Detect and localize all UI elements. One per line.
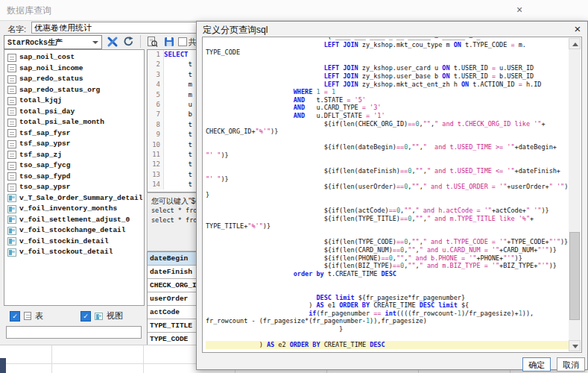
tools-button[interactable]	[105, 34, 119, 48]
sql-row: ${if(len(BIZ_TYPE)==0,""," and m.BIZ_TYP…	[206, 262, 572, 270]
list-item[interactable]: tso_sap_fypd	[4, 172, 144, 183]
parameter-row[interactable]: dateBegin	[148, 252, 197, 266]
list-item-label: v_T_Sale_Order_Summary_detail	[19, 193, 142, 204]
parameter-row[interactable]: TYPE_TITLE	[148, 319, 197, 333]
list-item-label: sap_noil_cost	[19, 52, 75, 63]
name-label: 名字:	[7, 24, 26, 35]
table-icon	[7, 129, 16, 137]
list-item[interactable]: sap_noil_income	[4, 63, 144, 75]
filter-table[interactable]: ✓ 表	[10, 310, 43, 322]
list-item[interactable]: sap_noil_cost	[4, 52, 144, 63]
table-icon	[24, 312, 31, 320]
sql-row: CHECK_ORG_ID+"%'")}	[206, 128, 572, 136]
sql-row: ${if(len(CARD_NUM)==0,""," and u.CARD_NU…	[206, 246, 572, 254]
define-paging-sql-dialog: 定义分页查询sql × ( ____ ___ ____ _ __ ______ …	[196, 21, 588, 370]
sql-row: "' ")}	[206, 151, 572, 160]
sql-row: ${if(len(PHONE)==0,""," and b.PHONE = '"…	[206, 254, 572, 263]
list-item[interactable]: tso_sap_ypsr	[4, 182, 144, 193]
share-checkbox[interactable]	[178, 37, 187, 46]
refresh-button[interactable]	[121, 34, 136, 48]
sql-editor[interactable]: ( ____ ___ ____ _ __ ______ = ______ = _…	[202, 37, 582, 353]
sql-row: ${if(len(dateBegin)==0,""," and t.USED_T…	[206, 143, 572, 151]
scroll-up-icon[interactable]	[569, 38, 581, 49]
dialog-title: 定义分页查询sql	[203, 24, 268, 37]
sql-row: ${if(len(TYPE_TITLE)==0,""," and m.TYPE_…	[206, 215, 572, 223]
sql-code[interactable]: ( ____ ___ ____ _ __ ______ = ______ = _…	[203, 37, 572, 349]
view-icon	[7, 194, 16, 202]
sql-row: ) AS e1 ORDER BY CREATE_TIME DESC limit …	[206, 301, 572, 310]
grid-line	[51, 345, 52, 373]
scrollbar-thumb[interactable]	[569, 232, 580, 320]
parameter-row[interactable]: actCode	[148, 306, 197, 319]
list-item[interactable]: sap_redo_status	[4, 74, 144, 85]
filter-view-label: 视图	[107, 310, 123, 322]
sql-row: }	[206, 325, 572, 333]
sql-row: if(fr_pagenumber == int((((fr_rowcount-1…	[206, 310, 572, 318]
list-item[interactable]: tsf_sap_ypsr	[4, 139, 144, 150]
table-checkbox[interactable]: ✓	[10, 311, 20, 322]
parameter-row[interactable]: userOrder	[148, 292, 197, 306]
list-item[interactable]: tsf_sap_fysr	[4, 128, 144, 140]
dialog-close-icon[interactable]: ×	[571, 22, 584, 36]
save-floppy-icon	[164, 37, 174, 47]
grid-line	[143, 345, 144, 373]
list-item[interactable]: v_foil_inventory_months	[4, 204, 144, 215]
filter-table-label: 表	[35, 310, 43, 322]
sql-row: WHERE 1 = 1	[206, 88, 572, 96]
list-item[interactable]: tsf_sap_zj	[4, 150, 144, 161]
sql-row-highlighted: ) AS e2 ORDER BY CREATE_TIME DESC	[206, 341, 572, 349]
filter-input[interactable]	[6, 326, 142, 339]
list-item-label: v_foil_stockin_detail	[19, 236, 109, 248]
list-item[interactable]: v_T_Sale_Order_Summary_detail	[4, 193, 144, 204]
list-item-label: tsf_sap_fysr	[19, 128, 70, 140]
cancel-button[interactable]: 取消	[557, 357, 585, 372]
list-item[interactable]: tso_sap_fycg	[4, 160, 144, 172]
list-item-label: tsf_sap_ypsr	[19, 139, 70, 150]
sql-row: ${if(len(dateFinish)==0,""," and t.USED_…	[206, 167, 572, 175]
view-icon	[7, 216, 16, 224]
filter-view[interactable]: ✓ 视图	[80, 310, 123, 322]
sql-row: LEFT JOIN zy_kshop.user_card u ON t.USER…	[206, 64, 572, 72]
list-item[interactable]: v_foil_stockin_detail	[4, 236, 144, 248]
sql-row: LEFT JOIN zy_kshop.mkt_cou_type m ON t.T…	[206, 41, 572, 49]
window-close-icon[interactable]: ×	[512, 2, 527, 17]
chevron-down-icon	[92, 41, 98, 44]
list-item-label: sap_noil_income	[19, 63, 83, 75]
list-item-label: v_foil_inventory_months	[19, 204, 117, 215]
view-checkbox[interactable]: ✓	[80, 311, 91, 322]
share-label: 共	[189, 37, 196, 48]
save-button[interactable]	[162, 34, 176, 48]
vertical-scrollbar[interactable]	[569, 38, 581, 351]
list-item[interactable]: total_psi_day	[4, 107, 144, 118]
list-item-label: total_psi_day	[19, 107, 75, 118]
toolbar: StarRocks生产 共	[0, 34, 196, 49]
list-item[interactable]: v_foil_stockchange_detail	[4, 225, 144, 236]
sql-row: ${if(len(CHECK_ORG_ID)==0,""," and t.CHE…	[206, 120, 572, 128]
list-item[interactable]: v_foil_stockout_detail	[4, 247, 144, 258]
sql-row	[206, 160, 572, 168]
parameter-row[interactable]: CHECK_ORG_ID	[148, 279, 197, 292]
list-item[interactable]: v_foil_settlement_adjust_0	[4, 215, 144, 226]
table-icon	[7, 64, 16, 72]
list-item-label: tso_sap_ypsr	[19, 182, 70, 193]
table-icon	[7, 97, 16, 105]
table-icon	[7, 184, 16, 192]
view-icon	[95, 313, 103, 320]
list-item[interactable]: total_psi_sale_month	[4, 117, 144, 128]
sql-row	[206, 57, 572, 65]
wrench-icon	[107, 36, 118, 48]
scroll-down-icon[interactable]	[569, 340, 581, 351]
list-item[interactable]: sap_redo_status_org	[4, 85, 144, 96]
ok-button[interactable]: 确定	[522, 357, 551, 372]
parameter-row[interactable]: dateFinish	[148, 266, 197, 279]
window-titlebar: 数据库查询 ×	[0, 0, 588, 21]
list-item[interactable]: total_kjqj	[4, 95, 144, 107]
connection-select[interactable]: StarRocks生产	[4, 35, 102, 49]
table-list[interactable]: sap_noil_costsap_noil_incomesap_redo_sta…	[4, 49, 145, 306]
table-icon	[7, 75, 16, 84]
sql-row	[206, 136, 572, 144]
sql-row: LEFT JOIN zy_kshop.mkt_act_ent_zh h ON t…	[206, 81, 572, 89]
table-icon	[7, 119, 16, 127]
preview-button[interactable]	[145, 34, 159, 48]
list-item-label: v_foil_stockchange_detail	[19, 225, 126, 236]
